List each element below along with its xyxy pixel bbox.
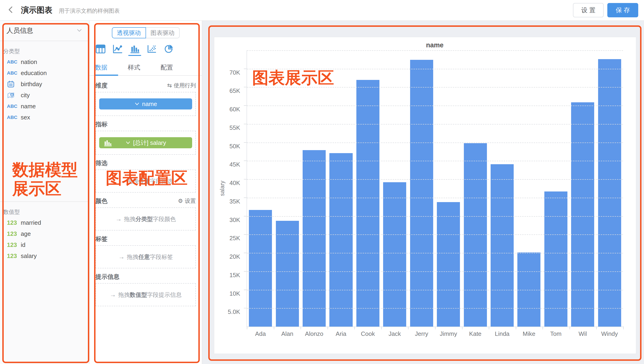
gridline-10000 bbox=[247, 290, 623, 290]
bar-Alonzo[interactable] bbox=[302, 150, 326, 327]
bar-chart-icon bbox=[103, 139, 112, 148]
metric-dropzone[interactable]: [总计] salary bbox=[96, 131, 196, 155]
bar-slot-Kate bbox=[462, 50, 488, 327]
map-pin-icon bbox=[7, 91, 20, 99]
x-tick-mark bbox=[596, 327, 597, 329]
header-actions: 设 置 保 存 bbox=[573, 3, 638, 17]
bar-chart-icon[interactable] bbox=[130, 44, 140, 56]
bar-chart-plot[interactable]: AdaAlanAlonzoAriaCookJackJerryJimmyKateL… bbox=[246, 50, 623, 327]
x-tick-mark bbox=[570, 327, 570, 329]
x-tick-mark bbox=[489, 327, 489, 329]
y-tick-label-55K: 55K bbox=[203, 124, 240, 131]
bar-Ada[interactable] bbox=[249, 210, 272, 327]
field-item-id[interactable]: 123id bbox=[0, 239, 89, 250]
bar-slot-Cook bbox=[354, 50, 381, 327]
x-label-Alan: Alan bbox=[274, 330, 300, 337]
calendar-icon bbox=[7, 80, 20, 88]
y-tick-label-25K: 25K bbox=[203, 235, 240, 242]
field-item-name[interactable]: ABCname bbox=[0, 101, 89, 112]
bar-Wil[interactable] bbox=[571, 102, 594, 327]
y-tick-mark bbox=[244, 142, 246, 143]
y-tick-label-45K: 45K bbox=[203, 161, 240, 168]
bar-slot-Aria bbox=[328, 50, 354, 327]
x-tick-mark bbox=[381, 327, 382, 329]
bar-slot-Alonzo bbox=[301, 50, 328, 327]
color-settings-link[interactable]: ⚙ 设置 bbox=[178, 197, 196, 205]
scatter-chart-icon[interactable] bbox=[147, 44, 157, 56]
table-chart-icon[interactable] bbox=[96, 44, 106, 56]
x-tick-mark bbox=[328, 327, 328, 329]
dataset-selector[interactable]: 人员信息 bbox=[0, 21, 89, 41]
y-tick-mark bbox=[244, 124, 246, 124]
config-tab-配置[interactable]: 配置 bbox=[160, 60, 188, 75]
sidebar-divider bbox=[0, 201, 89, 202]
bar-Jack[interactable] bbox=[383, 182, 406, 327]
chevron-left-icon bbox=[7, 6, 15, 15]
y-tick-label-40K: 40K bbox=[203, 179, 240, 187]
field-pill-name[interactable]: name bbox=[99, 98, 192, 109]
field-item-married[interactable]: 123married bbox=[0, 217, 89, 228]
bar-Tom[interactable] bbox=[544, 192, 568, 327]
y-tick-label-50K: 50K bbox=[203, 143, 240, 150]
field-item-city[interactable]: city bbox=[0, 90, 89, 101]
gear-icon: ⚙ bbox=[178, 198, 183, 204]
mode-tab-pivot[interactable]: 透视驱动 bbox=[112, 27, 146, 38]
x-label-Alonzo: Alonzo bbox=[301, 330, 328, 337]
field-pill-[总计] salary[interactable]: [总计] salary bbox=[99, 137, 192, 148]
field-item-nation[interactable]: ABCnation bbox=[0, 56, 89, 67]
field-item-salary[interactable]: 123salary bbox=[0, 250, 89, 261]
settings-button[interactable]: 设 置 bbox=[573, 3, 604, 17]
save-button[interactable]: 保 存 bbox=[607, 3, 638, 17]
dimension-section-title: 维度 bbox=[96, 82, 108, 90]
bar-slot-Linda bbox=[489, 50, 516, 327]
color-dropzone[interactable]: →拖拽分类型字段颜色 bbox=[96, 207, 196, 231]
line-chart-icon[interactable] bbox=[112, 44, 123, 56]
y-tick-mark bbox=[244, 290, 246, 290]
bar-slot-Jerry bbox=[408, 50, 435, 327]
pie-chart-icon[interactable] bbox=[164, 44, 174, 56]
color-section-title: 颜色 bbox=[96, 197, 108, 205]
field-label: nation bbox=[21, 58, 37, 66]
bar-Jimmy[interactable] bbox=[437, 202, 460, 327]
x-label-Linda: Linda bbox=[489, 330, 516, 337]
bar-slot-Jimmy bbox=[435, 50, 462, 327]
y-tick-mark bbox=[244, 198, 246, 198]
gridline-55000 bbox=[247, 124, 623, 124]
y-tick-mark bbox=[244, 179, 246, 179]
mode-tab-chart[interactable]: 图表驱动 bbox=[146, 27, 180, 38]
bar-slot-Jack bbox=[381, 50, 408, 327]
page-subtitle: 用于演示文档的样例图表 bbox=[59, 7, 120, 15]
config-tab-数据[interactable]: 数据 bbox=[95, 60, 123, 75]
field-item-birthday[interactable]: birthday bbox=[0, 79, 89, 90]
x-label-Kate: Kate bbox=[462, 330, 488, 337]
text-field-icon: ABC bbox=[7, 70, 20, 76]
filter-dropzone[interactable]: →拖拽任意字段筛选 bbox=[96, 169, 196, 193]
bar-Windy[interactable] bbox=[598, 59, 621, 327]
tooltip-dropzone[interactable]: →拖拽数值型字段提示信息 bbox=[96, 283, 196, 306]
pill-label: name bbox=[142, 100, 157, 108]
bar-Linda[interactable] bbox=[490, 164, 514, 327]
bar-Alan[interactable] bbox=[276, 221, 299, 327]
field-item-sex[interactable]: ABCsex bbox=[0, 112, 89, 123]
bar-slot-Alan bbox=[274, 50, 300, 327]
gridline-60000 bbox=[247, 106, 623, 106]
y-tick-label-60K: 60K bbox=[203, 106, 240, 113]
use-rows-cols-link[interactable]: ⇆ 使用行列 bbox=[167, 82, 196, 89]
x-tick-mark bbox=[462, 327, 462, 329]
arrow-right-icon: → bbox=[118, 253, 124, 261]
bar-Jerry[interactable] bbox=[410, 60, 433, 327]
category-field-list: ABCnationABCeducationbirthdaycityABCname… bbox=[0, 55, 89, 123]
config-tab-样式[interactable]: 样式 bbox=[128, 60, 156, 75]
back-button[interactable] bbox=[6, 5, 16, 15]
field-label: salary bbox=[21, 252, 37, 260]
field-item-education[interactable]: ABCeducation bbox=[0, 67, 89, 79]
x-tick-mark bbox=[435, 327, 436, 329]
field-item-age[interactable]: 123age bbox=[0, 228, 89, 239]
x-tick-mark bbox=[623, 327, 624, 329]
chart-display-region: name salary AdaAlanAlonzoAriaCookJackJer… bbox=[202, 21, 644, 364]
dimension-dropzone[interactable]: name bbox=[96, 92, 196, 116]
label-dropzone[interactable]: →拖拽任意字段标签 bbox=[96, 245, 196, 268]
dataset-sidebar: 人员信息 分类型 ABCnationABCeducationbirthdayci… bbox=[0, 21, 90, 364]
gridline-15000 bbox=[247, 271, 623, 272]
text-field-icon: ABC bbox=[7, 115, 20, 120]
